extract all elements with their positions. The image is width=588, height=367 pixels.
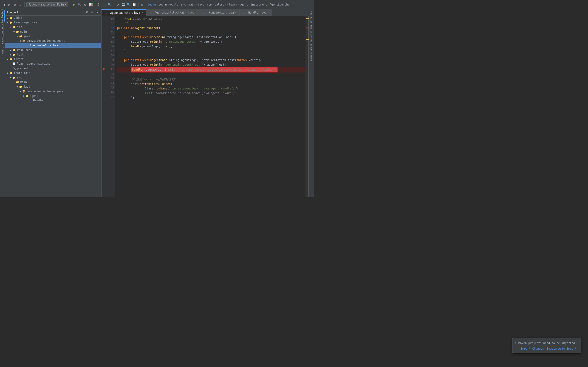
build-icon[interactable]: 🔨 <box>78 2 82 7</box>
home-icon[interactable]: ⌂ <box>18 2 23 7</box>
right-icon-database[interactable]: Database <box>310 39 313 51</box>
folder-icon-src: 📁 <box>12 25 16 29</box>
linenum-43: 43 <box>106 76 114 81</box>
panel-header-actions: ⊟ ⚙ ✕ <box>85 10 99 15</box>
code-line-41: handle (agentArgs, inst); // agentArgs: … <box>117 67 305 73</box>
tree-item-iml[interactable]: 📄 learn-agent-main.iml <box>5 61 101 66</box>
code-line-39: public static void agentmain (String age… <box>117 58 305 62</box>
tree-item-java[interactable]: ▼ 📁 java <box>5 34 101 39</box>
tab-close-3[interactable]: ✕ <box>268 11 269 14</box>
code-line-43: // 重新transform已经加载的类 <box>117 77 305 82</box>
help-icon[interactable]: ? <box>97 2 101 7</box>
linenum-30: 30 <box>106 17 114 21</box>
inspect-icon[interactable]: 🔍 <box>108 2 112 7</box>
tree-item-learn-main[interactable]: ▼ 📁 learn-main <box>5 71 101 75</box>
folder-icon-test: 📁 <box>12 53 16 56</box>
tree-arrow-idea: ▶ <box>6 17 9 19</box>
linenum-31: 31 <box>106 21 114 26</box>
tab-close-1[interactable]: ✕ <box>196 11 197 14</box>
project-config-dropdown[interactable]: 🔧 AgentmainAttachMain ▾ <box>26 2 68 7</box>
sidebar-item-web[interactable]: Web <box>0 46 5 57</box>
terminal-icon[interactable]: 💻 <box>121 2 125 7</box>
tab-agentmain[interactable]: ☕ AgentmainAttachMain.java ✕ <box>146 9 200 16</box>
code-content[interactable]: * @date 2022-04-12 22:32 */ public class <box>115 16 305 197</box>
editor-tabs: ☕ AgentLauncher.java ✕ ☕ AgentmainAttach… <box>102 9 309 16</box>
tree-arrow-java2: ▼ <box>16 85 19 88</box>
tree-item-learn-agent-main[interactable]: ▼ 📁 learn-agent-main <box>5 20 101 25</box>
linenum-34: 34 <box>106 35 114 40</box>
back-icon[interactable]: ◀ <box>2 2 6 7</box>
gutter-35 <box>102 39 106 44</box>
run-button[interactable]: ▶ <box>72 2 76 7</box>
tab-handle[interactable]: ☕ Handle.java ✕ <box>240 9 272 16</box>
search-icon[interactable]: 🔍 <box>127 2 131 7</box>
panel-title: Project <box>7 11 19 14</box>
scrollbar-thumb[interactable] <box>308 16 309 197</box>
tree-item-main2[interactable]: ▼ 📁 main <box>5 80 101 84</box>
build2-icon[interactable]: ⚙ <box>83 2 87 7</box>
sep2 <box>70 2 70 7</box>
close-panel-icon[interactable]: ✕ <box>95 10 99 15</box>
tree-item-src[interactable]: ▼ 📁 src <box>5 25 101 29</box>
tree-label-pkg-java: com.saleson.learn.java <box>27 90 63 93</box>
coverage-icon[interactable]: 📊 <box>89 2 93 7</box>
windows-icon[interactable]: ⊞ <box>140 2 145 7</box>
tab-agentlauncher[interactable]: ☕ AgentLauncher.java ✕ <box>102 9 146 16</box>
java-icon-tab1: ☕ <box>104 11 108 15</box>
refresh-icon[interactable]: ↺ <box>13 2 17 7</box>
collapse-all-icon[interactable]: ⊟ <box>85 10 89 15</box>
tree-item-main[interactable]: ▼ 📁 main <box>5 29 101 34</box>
right-icon-hierarchy[interactable]: Hierarchy <box>310 24 313 39</box>
gutter-45 <box>102 85 106 90</box>
code-line-33 <box>117 30 305 35</box>
tree-item-test[interactable]: ▶ 📁 test <box>5 52 101 57</box>
tree-item-agentmain[interactable]: ☕ AgentmainAttachMain <box>5 43 101 48</box>
panel-dropdown-icon[interactable]: ▾ <box>19 11 21 14</box>
linenum-37: 37 <box>106 49 114 53</box>
folder-icon-agent2: 📁 <box>25 94 29 98</box>
tree-arrow-learn-main: ▼ <box>6 72 9 74</box>
tab-handlemain[interactable]: ☕ HandleMain.java ✕ <box>200 9 240 16</box>
tree-item-pkg-java[interactable]: ▼ 📦 com.saleson.learn.java <box>5 89 101 94</box>
tree-label-idea: .idea <box>14 16 22 19</box>
tree-item-package-agent[interactable]: ▼ 📦 com.saleson.learn.agent <box>5 39 101 43</box>
gutter-37 <box>102 48 106 53</box>
breadcrumb-learn[interactable]: learn <box>148 3 156 6</box>
tree-item-agent-folder[interactable]: ▼ 📁 agent <box>5 94 101 98</box>
linenum-39: 39 <box>106 58 114 62</box>
code-line-34: public static void premain (String agent… <box>117 35 305 40</box>
folder-icon-agent-main: 📁 <box>9 21 13 24</box>
right-icon-ant-build[interactable]: Ant Build <box>310 10 313 24</box>
sidebar-item-favorites[interactable]: 2: Favorites <box>0 34 5 45</box>
gutter-mark-1 <box>306 18 309 19</box>
tab-close-0[interactable]: ✕ <box>141 11 143 14</box>
settings-panel-icon[interactable]: ⚙ <box>90 10 95 15</box>
tree-item-handle[interactable]: ☕ Handle <box>5 98 101 103</box>
breadcrumb-module[interactable]: learn-module <box>158 3 179 6</box>
left-icon-strip: 1: Project 2: Structure 2: Favorites Web <box>0 9 5 197</box>
java-icon-tab2: ☕ <box>149 11 152 15</box>
tree-arrow-pkg-java: ▼ <box>19 90 22 93</box>
tree-arrow-src: ▼ <box>9 26 12 28</box>
stop-icon[interactable]: ⬛ <box>102 2 106 7</box>
folder-icon-idea: 📁 <box>9 16 13 20</box>
tree-item-target[interactable]: ▶ 📁 target <box>5 57 101 61</box>
tab-close-2[interactable]: ✕ <box>235 11 237 14</box>
project-panel: Project ▾ ⊟ ⚙ ✕ ▶ 📁 .idea <box>5 9 102 197</box>
linenum-32: 32 <box>106 26 114 30</box>
tree-item-java2[interactable]: ▼ 📁 java <box>5 84 101 89</box>
tree-item-src2[interactable]: ▼ 📁 src <box>5 75 101 80</box>
java-icon-agentmain: ☕ <box>25 44 29 47</box>
tree-label-java2: java <box>23 85 30 88</box>
settings-icon[interactable]: ⚙ <box>116 2 120 7</box>
tree-item-pom[interactable]: 🔧 pom.xml <box>5 66 101 71</box>
gutter-36 <box>102 44 106 48</box>
tree-item-idea[interactable]: ▶ 📁 .idea <box>5 16 101 20</box>
folder-icon-resources: 📁 <box>12 48 16 52</box>
forward-icon[interactable]: ▶ <box>7 2 11 7</box>
breadcrumb-java: java <box>198 3 204 6</box>
editor-scrollbar[interactable] <box>305 16 309 197</box>
right-icon-maven[interactable]: m Maven <box>310 52 313 63</box>
tree-item-resources[interactable]: ▶ 📁 resources <box>5 48 101 52</box>
structure-icon[interactable]: 📋 <box>132 2 137 7</box>
